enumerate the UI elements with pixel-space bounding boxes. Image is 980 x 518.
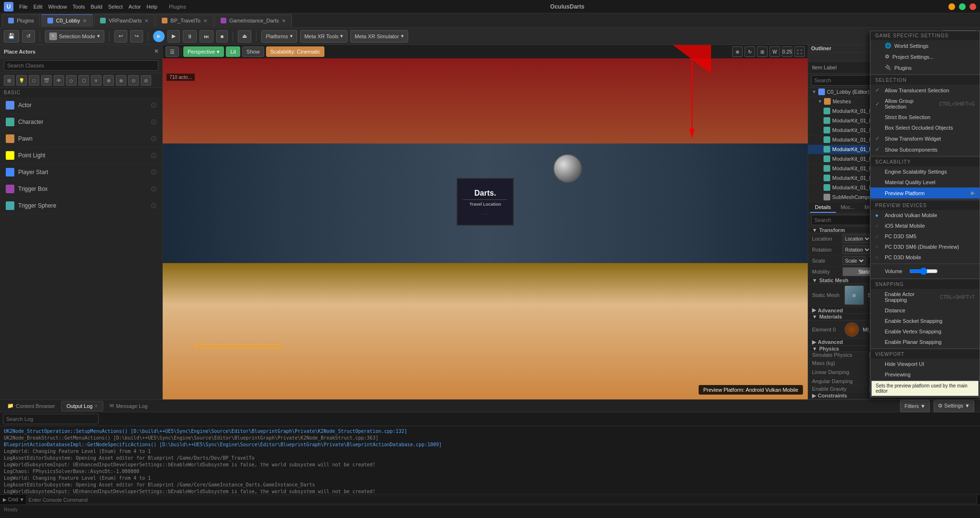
log-tab-message-log[interactable]: ✉ Message Log	[104, 401, 153, 411]
dropdown-allow-group[interactable]: ✓ Allow Group Selection CTRL+SHIFT+G	[870, 96, 980, 112]
vp-rotate-btn[interactable]: ↻	[745, 46, 755, 57]
menu-tools[interactable]: Tools	[73, 4, 85, 10]
cmd-input[interactable]	[26, 496, 977, 504]
search-classes-input[interactable]	[4, 60, 158, 71]
dropdown-socket-snapping[interactable]: Enable Socket Snapping	[870, 316, 980, 326]
tab-vrpawn[interactable]: VRPawnDarts ✕	[94, 14, 155, 27]
actor-icon-7[interactable]: ⊙	[128, 75, 139, 86]
lit-button[interactable]: Lit	[226, 46, 240, 57]
actor-icon-volumes[interactable]: ⬡	[78, 75, 89, 86]
tab-c0lobby-close[interactable]: ✕	[83, 18, 87, 23]
actor-icon-lights[interactable]: 💡	[16, 75, 27, 86]
menu-actor[interactable]: Actor	[129, 4, 141, 10]
step-button[interactable]: ⏭	[200, 30, 213, 43]
tab-c0lobby[interactable]: C0_Lobby ✕	[41, 14, 93, 27]
dropdown-show-transform[interactable]: ✓ Show Transform Widget	[870, 133, 980, 144]
rotation-select[interactable]: Rotation	[843, 245, 871, 254]
dropdown-actor-snapping[interactable]: Enable Actor Snapping CTRL+SHIFT+T	[870, 289, 980, 305]
volume-slider[interactable]	[909, 267, 938, 275]
meta-xr-simulator-button[interactable]: Meta XR Simulator ▾	[350, 30, 408, 43]
log-settings-btn[interactable]: ⚙ Settings ▼	[934, 400, 974, 412]
dropdown-box-select[interactable]: Box Select Occluded Objects	[870, 122, 980, 133]
selection-mode-button[interactable]: ↖ Selection Mode ▾	[45, 30, 104, 43]
meta-xr-tools-button[interactable]: Meta XR Tools ▾	[300, 30, 347, 43]
dropdown-strict-box[interactable]: Strict Box Selection	[870, 112, 980, 122]
tab-bp-travel[interactable]: BP_TravelTo ✕	[156, 14, 213, 27]
stop-button[interactable]: ■	[216, 30, 228, 43]
viewport[interactable]: ☰ Perspective ▾ Lit Show Scalability: Ci…	[163, 45, 808, 399]
show-button[interactable]: Show	[242, 46, 264, 57]
minimize-button[interactable]	[948, 3, 955, 10]
menu-build[interactable]: Build	[91, 4, 102, 10]
perspective-button[interactable]: Perspective ▾	[183, 46, 224, 57]
pause-button[interactable]: ⏸	[183, 30, 197, 43]
menu-edit[interactable]: Edit	[33, 4, 43, 10]
actor-icon-visual[interactable]: 👁	[54, 75, 64, 86]
log-filters-btn[interactable]: Filters ▼	[900, 400, 930, 412]
vp-translate-btn[interactable]: ⊕	[732, 46, 743, 57]
dropdown-hide-viewport-ui[interactable]: Hide Viewport UI	[870, 359, 980, 369]
play-button[interactable]: ▶	[167, 30, 180, 43]
actor-icon-6[interactable]: ⊗	[116, 75, 126, 86]
actor-icon-5[interactable]: ⊕	[103, 75, 114, 86]
dropdown-android-vulkan[interactable]: ● Android Vulkan Mobile	[870, 210, 980, 220]
tab-plugins[interactable]: Plugins	[2, 14, 40, 27]
dropdown-engine-scalability[interactable]: Engine Scalability Settings	[870, 166, 980, 177]
actor-item-actor[interactable]: Actor ⓘ	[0, 97, 162, 114]
dropdown-pc-sm6[interactable]: ○ PC D3D SM6 (Disable Preview)	[870, 242, 980, 252]
menu-select[interactable]: Select	[108, 4, 123, 10]
dropdown-preview-platform[interactable]: Preview Platform ▶	[870, 187, 980, 198]
save-button[interactable]: 💾	[4, 30, 19, 43]
tab-vrpawn-close[interactable]: ✕	[145, 18, 148, 23]
dropdown-pc-sm5[interactable]: ○ PC D3D SM5	[870, 231, 980, 242]
dropdown-allow-translucent[interactable]: ✓ Allow Translucent Selection	[870, 85, 980, 96]
details-tab-moc[interactable]: Moc...	[836, 202, 860, 213]
viewport-options-button[interactable]: ☰	[166, 46, 179, 57]
dropdown-volume[interactable]: Volume	[870, 265, 980, 277]
menu-window[interactable]: Window	[48, 4, 67, 10]
scalability-button[interactable]: Scalability: Cinematic	[266, 46, 325, 57]
dropdown-ios-metal[interactable]: ○ iOS Metal Mobile	[870, 220, 980, 231]
actor-icon-cinematic[interactable]: 🎬	[41, 75, 52, 86]
source-control-button[interactable]: ↺	[22, 30, 35, 43]
vp-world-btn[interactable]: W	[769, 46, 780, 57]
dropdown-world-settings[interactable]: 🌐 World Settings	[870, 40, 980, 51]
tab-bp-travel-close[interactable]: ✕	[203, 18, 207, 23]
menu-help[interactable]: Help	[146, 4, 157, 10]
close-button[interactable]	[969, 3, 976, 10]
actor-icon-shapes[interactable]: □	[29, 75, 39, 86]
log-search-input[interactable]	[3, 414, 99, 424]
redo-button[interactable]: ↪	[130, 30, 143, 43]
actor-item-trigger-box[interactable]: Trigger Box ⓘ	[0, 181, 162, 198]
dropdown-pc-d3d-mobile[interactable]: ○ PC D3D Mobile	[870, 252, 980, 263]
actor-item-player-start[interactable]: Player Start ⓘ	[0, 164, 162, 181]
vp-camera-speed[interactable]: 0.25	[782, 46, 792, 57]
actor-item-character[interactable]: Character ⓘ	[0, 114, 162, 131]
log-tab-output-log[interactable]: Output Log ✕	[61, 401, 103, 411]
actor-icon-8[interactable]: ⊘	[141, 75, 151, 86]
actor-icon-basic[interactable]: ⊞	[4, 75, 14, 86]
dropdown-project-settings[interactable]: ⚙ Project Settings...	[870, 51, 980, 62]
log-tab-close[interactable]: ✕	[94, 404, 98, 408]
actor-icon-all[interactable]: ≡	[91, 75, 101, 86]
project-settings-link[interactable]: Plugins	[169, 4, 186, 10]
location-select[interactable]: Location	[843, 234, 871, 243]
actor-item-point-light[interactable]: Point Light ⓘ	[0, 147, 162, 164]
dropdown-planar-snapping[interactable]: Enable Planar Snapping	[870, 337, 980, 347]
dropdown-vertex-snapping[interactable]: Enable Vertex Snapping	[870, 326, 980, 337]
scale-select[interactable]: Scale	[843, 256, 866, 265]
details-tab-details[interactable]: Details	[810, 202, 836, 213]
dropdown-show-subcomponents[interactable]: ✓ Show Subcomponents	[870, 144, 980, 155]
actor-item-pawn[interactable]: Pawn ⓘ	[0, 131, 162, 147]
vp-scale-btn[interactable]: ⊞	[757, 46, 768, 57]
place-actors-close[interactable]: ✕	[154, 48, 158, 55]
maximize-button[interactable]	[959, 3, 966, 10]
tab-gameinstance-close[interactable]: ✕	[282, 18, 286, 23]
log-tab-content-browser[interactable]: 📁 Content Browser	[2, 401, 60, 411]
dropdown-previewing[interactable]: Previewing	[870, 369, 980, 380]
actor-icon-geometry[interactable]: ◇	[66, 75, 77, 86]
undo-button[interactable]: ↩	[114, 30, 127, 43]
dropdown-plugins[interactable]: 🔌 Plugins	[870, 62, 980, 73]
dropdown-distance[interactable]: Distance	[870, 305, 980, 316]
dropdown-material-quality[interactable]: Material Quality Level	[870, 177, 980, 187]
